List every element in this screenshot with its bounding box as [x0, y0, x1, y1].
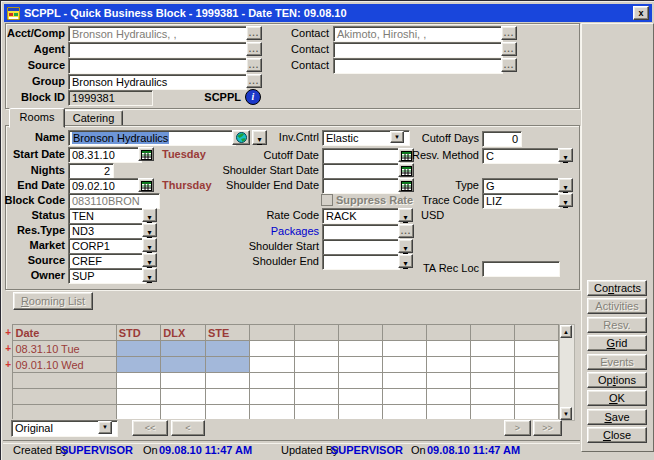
grid-cell[interactable] [382, 341, 426, 357]
grid-cell[interactable] [116, 405, 161, 420]
shoulder-start-dropdown-icon[interactable]: ▾ [398, 239, 413, 253]
rooms-source-dropdown-icon[interactable]: ▾ [142, 253, 157, 267]
grid-cell[interactable] [514, 389, 558, 405]
grid-date-cell[interactable] [13, 373, 116, 389]
grid-cell[interactable] [116, 357, 161, 373]
trace-code-field[interactable]: LIZ [482, 193, 560, 209]
end-date-calendar-icon[interactable] [138, 178, 154, 192]
side-button-save[interactable]: Save [587, 409, 647, 425]
grid-cell[interactable] [294, 341, 338, 357]
grid-cell[interactable] [514, 341, 558, 357]
source-lov-icon[interactable]: ... [246, 58, 262, 72]
grid-cell[interactable] [338, 341, 382, 357]
owner-dropdown-icon[interactable]: ▾ [142, 268, 157, 282]
grid-date-cell[interactable] [13, 405, 116, 420]
resv-method-field[interactable]: C [482, 148, 560, 164]
agent-lov-icon[interactable]: ... [246, 42, 262, 56]
grid-cell[interactable] [161, 405, 206, 420]
res-type-dropdown-icon[interactable]: ▾ [142, 223, 157, 237]
grid-cell[interactable] [426, 341, 470, 357]
shoulder-start-field[interactable] [322, 239, 400, 255]
acct-comp-lov-icon[interactable]: ... [246, 26, 262, 40]
agent-field[interactable] [68, 42, 247, 58]
grid-cell[interactable] [205, 405, 250, 420]
trace-code-dropdown-icon[interactable]: ▾ [558, 193, 573, 207]
grid-cell[interactable] [205, 341, 250, 357]
scroll-down-icon[interactable]: ▼ [560, 407, 572, 420]
grid-cell[interactable] [161, 373, 206, 389]
market-field[interactable]: CORP1 [68, 238, 146, 254]
side-button-options[interactable]: Options [587, 372, 647, 388]
type-field[interactable]: G [482, 178, 560, 194]
grid-cell[interactable] [116, 341, 161, 357]
grid-cell[interactable] [161, 389, 206, 405]
packages-lov-icon[interactable]: ... [398, 224, 414, 238]
grid-cell[interactable] [250, 341, 294, 357]
grid-cell[interactable] [250, 373, 294, 389]
status-dropdown-icon[interactable]: ▾ [142, 208, 157, 222]
contact3-field[interactable] [333, 58, 503, 74]
grid-cell[interactable] [382, 357, 426, 373]
grid-cell[interactable] [470, 357, 514, 373]
group-lov-icon[interactable]: ... [246, 74, 262, 88]
grid-cell[interactable] [426, 389, 470, 405]
type-dropdown-icon[interactable]: ▾ [558, 178, 573, 192]
grid-cell[interactable] [470, 389, 514, 405]
group-field[interactable]: Bronson Hydraulics [68, 74, 247, 90]
contact2-lov-icon[interactable]: ... [501, 42, 517, 56]
info-icon[interactable]: i [245, 89, 261, 105]
tab-rooms[interactable]: Rooms [9, 108, 65, 128]
packages-field[interactable] [322, 224, 400, 240]
side-button-close[interactable]: Close [587, 427, 647, 443]
grid-cell[interactable] [250, 357, 294, 373]
grid-cell[interactable] [338, 405, 382, 420]
grid-date-cell[interactable] [13, 389, 116, 405]
grid-cell[interactable] [514, 357, 558, 373]
grid-cell[interactable] [426, 357, 470, 373]
grid-cell[interactable] [382, 373, 426, 389]
grid-cell[interactable] [426, 373, 470, 389]
start-date-calendar-icon[interactable] [138, 147, 154, 161]
grid-cell[interactable] [161, 341, 206, 357]
packages-link[interactable]: Packages [203, 225, 319, 238]
status-field[interactable]: TEN [68, 208, 146, 224]
shoulder-start-date-field[interactable] [322, 163, 400, 179]
grid-cell[interactable] [161, 357, 206, 373]
grid-cell[interactable] [294, 405, 338, 420]
market-dropdown-icon[interactable]: ▾ [142, 238, 157, 252]
grid-cell[interactable] [470, 341, 514, 357]
grid-cell[interactable] [205, 373, 250, 389]
rate-code-dropdown-icon[interactable]: ▾ [398, 208, 413, 222]
grid-date-cell[interactable]: 08.31.10 Tue [13, 341, 116, 357]
grid-cell[interactable] [116, 389, 161, 405]
grid-cell[interactable] [514, 405, 558, 420]
res-type-field[interactable]: ND3 [68, 223, 146, 239]
grid-cell[interactable] [470, 405, 514, 420]
grid-cell[interactable] [294, 389, 338, 405]
side-button-grid[interactable]: Grid [587, 335, 647, 351]
grid-cell[interactable] [338, 357, 382, 373]
grid-cell[interactable] [294, 373, 338, 389]
contact3-lov-icon[interactable]: ... [501, 58, 517, 72]
contact2-field[interactable] [333, 42, 503, 58]
contact1-lov-icon[interactable]: ... [501, 26, 517, 40]
grid-cell[interactable] [116, 373, 161, 389]
source-field[interactable] [68, 58, 247, 74]
side-button-contracts[interactable]: Contracts [587, 280, 647, 296]
grid-cell[interactable] [250, 389, 294, 405]
grid-cell[interactable] [250, 405, 294, 420]
grid-cell[interactable] [426, 405, 470, 420]
rate-view-arrow-icon[interactable]: ▼ [98, 421, 112, 434]
grid-cell[interactable] [338, 389, 382, 405]
rate-code-field[interactable]: RACK [322, 208, 400, 224]
ta-rec-loc-field[interactable] [482, 261, 560, 277]
contact1-field[interactable]: Akimoto, Hiroshi, , [333, 26, 503, 42]
owner-field[interactable]: SUP [68, 268, 146, 284]
grid-cell[interactable] [382, 405, 426, 420]
acct-comp-field[interactable]: Bronson Hydraulics, , [68, 26, 247, 42]
scroll-up-icon[interactable]: ▲ [560, 325, 572, 338]
shoulder-start-date-calendar-icon[interactable] [398, 163, 414, 177]
grid-date-cell[interactable]: 09.01.10 Wed [13, 357, 116, 373]
grid-cell[interactable] [470, 373, 514, 389]
end-date-field[interactable]: 09.02.10 [68, 178, 142, 194]
